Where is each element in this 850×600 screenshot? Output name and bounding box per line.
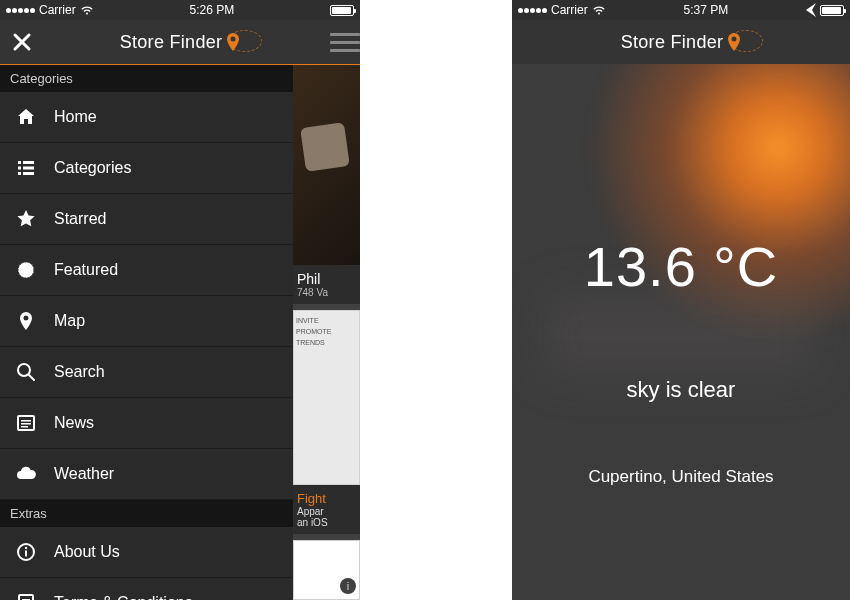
- map-pin-icon: [14, 311, 38, 331]
- carrier-label: Carrier: [551, 3, 588, 17]
- svg-point-8: [18, 364, 30, 376]
- svg-rect-11: [21, 423, 31, 425]
- sidebar-item-label: Search: [54, 363, 105, 381]
- badge-icon: [14, 260, 38, 280]
- battery-icon: [330, 5, 354, 16]
- sidebar-item-about[interactable]: About Us: [0, 527, 293, 578]
- hamburger-button[interactable]: [326, 28, 360, 56]
- sidebar-item-weather[interactable]: Weather: [0, 449, 293, 500]
- carrier-label: Carrier: [39, 3, 76, 17]
- phone-screen-weather: Carrier 5:37 PM Store Finder 13.6 °C sky…: [512, 0, 850, 600]
- info-badge-icon[interactable]: i: [340, 578, 356, 594]
- svg-rect-1: [23, 161, 34, 164]
- app-title: Store Finder: [120, 32, 241, 53]
- close-icon: [12, 32, 32, 52]
- list-icon: [14, 158, 38, 178]
- highlight-decoration: [729, 30, 763, 52]
- peek-card-sub: an iOS: [297, 517, 356, 528]
- search-icon: [14, 362, 38, 382]
- highlight-decoration: [228, 30, 262, 52]
- sidebar-item-map[interactable]: Map: [0, 296, 293, 347]
- sidebar-item-categories[interactable]: Categories: [0, 143, 293, 194]
- info-icon: [14, 542, 38, 562]
- svg-rect-5: [23, 172, 34, 175]
- close-drawer-button[interactable]: [0, 20, 44, 64]
- sidebar-item-label: About Us: [54, 543, 120, 561]
- sidebar-item-search[interactable]: Search: [0, 347, 293, 398]
- weather-panel: 13.6 °C sky is clear Cupertino, United S…: [512, 64, 850, 600]
- app-title: Store Finder: [621, 32, 742, 53]
- status-bar-left: Carrier: [6, 3, 94, 17]
- star-icon: [14, 209, 38, 229]
- peek-card-caption: Fight Appar an iOS: [293, 485, 360, 534]
- status-bar-right: [806, 3, 844, 17]
- peek-card-badge: Fight: [297, 491, 356, 506]
- peek-card-subtitle: 748 Va: [297, 287, 356, 298]
- content-peek[interactable]: Phil 748 Va INVITEPROMOTETRENDS Fight Ap…: [293, 65, 360, 600]
- peek-card-caption: Phil 748 Va: [293, 265, 360, 304]
- wifi-icon: [592, 5, 606, 15]
- wifi-icon: [80, 5, 94, 15]
- svg-rect-14: [25, 551, 27, 557]
- navigation-drawer: Categories Home Categories Starred Featu…: [0, 65, 293, 600]
- peek-card-title: Phil: [297, 271, 356, 287]
- sidebar-item-terms[interactable]: Terms & Conditions: [0, 578, 293, 600]
- sidebar-item-featured[interactable]: Featured: [0, 245, 293, 296]
- svg-rect-10: [21, 420, 31, 422]
- peek-card-image: [293, 65, 360, 265]
- app-title-text: Store Finder: [120, 32, 223, 53]
- home-icon: [14, 107, 38, 127]
- phone-screen-drawer: Carrier 5:26 PM Store Finder Categories: [0, 0, 360, 600]
- status-bar-time: 5:37 PM: [606, 3, 806, 17]
- battery-icon: [820, 5, 844, 16]
- status-bar-right: [330, 5, 354, 16]
- sidebar-item-label: Weather: [54, 465, 114, 483]
- sidebar-item-label: Categories: [54, 159, 131, 177]
- status-bar: Carrier 5:26 PM: [0, 0, 360, 20]
- sidebar-item-news[interactable]: News: [0, 398, 293, 449]
- news-icon: [14, 413, 38, 433]
- status-bar: Carrier 5:37 PM: [512, 0, 850, 20]
- status-bar-left: Carrier: [518, 3, 606, 17]
- drawer-section-extras: Extras: [0, 500, 293, 527]
- cloud-icon: [14, 464, 38, 484]
- app-header: Store Finder: [512, 20, 850, 64]
- weather-condition: sky is clear: [627, 377, 736, 403]
- svg-rect-3: [23, 167, 34, 170]
- svg-rect-0: [18, 161, 21, 164]
- sidebar-item-label: Terms & Conditions: [54, 594, 193, 600]
- sidebar-item-label: News: [54, 414, 94, 432]
- sidebar-item-starred[interactable]: Starred: [0, 194, 293, 245]
- signal-strength-icon: [518, 8, 547, 13]
- svg-point-15: [25, 547, 27, 549]
- location-arrow-icon: [806, 3, 816, 17]
- svg-rect-12: [21, 426, 28, 428]
- sidebar-item-label: Featured: [54, 261, 118, 279]
- app-title-text: Store Finder: [621, 32, 724, 53]
- terms-icon: [14, 593, 38, 600]
- peek-card-sub: Appar: [297, 506, 356, 517]
- peek-card-light: INVITEPROMOTETRENDS: [293, 310, 360, 485]
- status-bar-time: 5:26 PM: [94, 3, 330, 17]
- sidebar-item-label: Home: [54, 108, 97, 126]
- app-header: Store Finder: [0, 20, 360, 64]
- weather-location: Cupertino, United States: [588, 467, 773, 487]
- sidebar-item-label: Starred: [54, 210, 106, 228]
- svg-rect-2: [18, 167, 21, 170]
- sidebar-item-home[interactable]: Home: [0, 92, 293, 143]
- svg-rect-4: [18, 172, 21, 175]
- weather-temperature: 13.6 °C: [512, 234, 850, 299]
- sidebar-item-label: Map: [54, 312, 85, 330]
- drawer-section-categories: Categories: [0, 65, 293, 92]
- signal-strength-icon: [6, 8, 35, 13]
- blur-decoration: [542, 289, 820, 379]
